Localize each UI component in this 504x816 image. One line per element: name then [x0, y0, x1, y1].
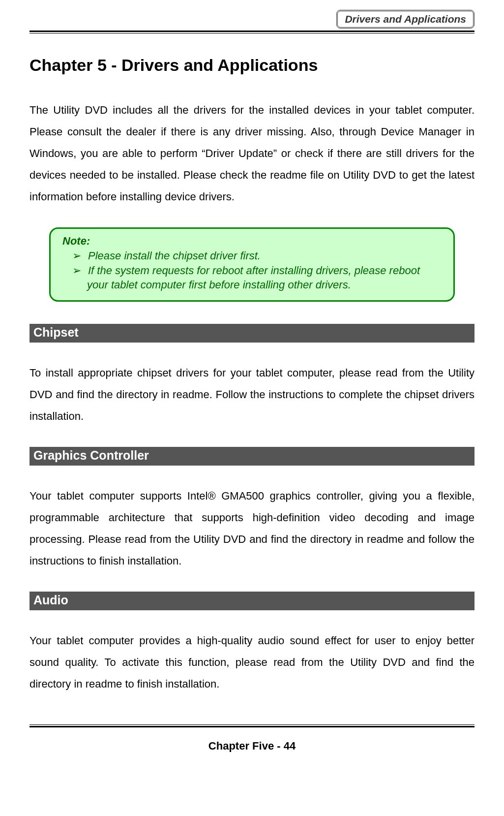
- note-list: Please install the chipset driver first.…: [62, 249, 442, 292]
- header-tag-text: Drivers and Applications: [345, 13, 466, 25]
- footer-divider: [30, 724, 474, 727]
- header-tag-box: Drivers and Applications: [336, 10, 474, 29]
- section-header-chipset: Chipset: [30, 324, 474, 343]
- section-header-audio: Audio: [30, 592, 474, 610]
- note-item: Please install the chipset driver first.: [62, 249, 442, 263]
- footer-text: Chapter Five - 44: [30, 740, 474, 753]
- note-box: Note: Please install the chipset driver …: [49, 227, 455, 302]
- chapter-title: Chapter 5 - Drivers and Applications: [30, 56, 474, 75]
- audio-body: Your tablet computer provides a high-qua…: [30, 630, 474, 695]
- header-tag-container: Drivers and Applications: [30, 10, 474, 29]
- header-divider: [30, 31, 474, 33]
- note-item: If the system requests for reboot after …: [62, 263, 442, 292]
- section-header-graphics: Graphics Controller: [30, 447, 474, 466]
- chipset-body: To install appropriate chipset drivers f…: [30, 362, 474, 427]
- intro-paragraph: The Utility DVD includes all the drivers…: [30, 99, 474, 208]
- note-title: Note:: [62, 235, 442, 248]
- graphics-body: Your tablet computer supports Intel® GMA…: [30, 485, 474, 572]
